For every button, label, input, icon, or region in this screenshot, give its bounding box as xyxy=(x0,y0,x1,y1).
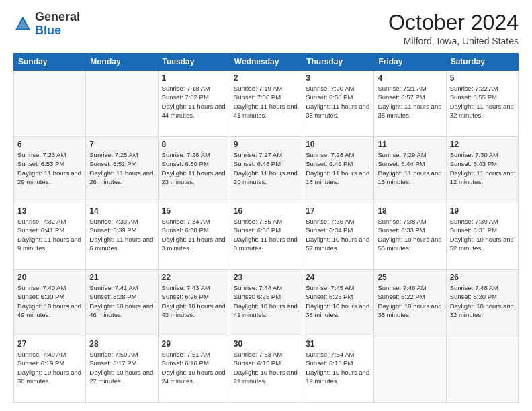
calendar-cell: 27Sunrise: 7:49 AM Sunset: 6:19 PM Dayli… xyxy=(14,336,86,403)
day-info: Sunrise: 7:23 AM Sunset: 6:53 PM Dayligh… xyxy=(17,150,82,186)
day-info: Sunrise: 7:36 AM Sunset: 6:34 PM Dayligh… xyxy=(306,217,370,253)
day-info: Sunrise: 7:30 AM Sunset: 6:43 PM Dayligh… xyxy=(450,150,515,186)
calendar-cell xyxy=(446,336,518,403)
day-info: Sunrise: 7:28 AM Sunset: 6:46 PM Dayligh… xyxy=(306,150,370,186)
calendar-cell: 6Sunrise: 7:23 AM Sunset: 6:53 PM Daylig… xyxy=(14,137,86,203)
day-number: 10 xyxy=(306,140,370,149)
calendar-cell: 19Sunrise: 7:39 AM Sunset: 6:31 PM Dayli… xyxy=(446,203,518,270)
calendar-week-1: 6Sunrise: 7:23 AM Sunset: 6:53 PM Daylig… xyxy=(14,137,519,203)
calendar-cell: 5Sunrise: 7:22 AM Sunset: 6:55 PM Daylig… xyxy=(446,71,518,137)
calendar-cell: 14Sunrise: 7:33 AM Sunset: 6:39 PM Dayli… xyxy=(86,203,158,270)
calendar-cell xyxy=(14,71,86,137)
day-info: Sunrise: 7:34 AM Sunset: 6:38 PM Dayligh… xyxy=(162,217,226,253)
weekday-header-tuesday: Tuesday xyxy=(158,54,230,71)
calendar-cell: 2Sunrise: 7:19 AM Sunset: 7:00 PM Daylig… xyxy=(230,71,302,137)
day-info: Sunrise: 7:20 AM Sunset: 6:58 PM Dayligh… xyxy=(306,84,370,120)
calendar-cell: 21Sunrise: 7:41 AM Sunset: 6:28 PM Dayli… xyxy=(86,270,158,336)
day-number: 30 xyxy=(234,339,298,349)
calendar-cell: 16Sunrise: 7:35 AM Sunset: 6:36 PM Dayli… xyxy=(230,203,302,270)
header: General Blue October 2024 Milford, Iowa,… xyxy=(13,11,519,46)
day-number: 6 xyxy=(17,140,82,149)
day-number: 5 xyxy=(450,73,515,83)
day-number: 31 xyxy=(306,339,370,349)
title-block: October 2024 Milford, Iowa, United State… xyxy=(388,11,519,46)
weekday-header-sunday: Sunday xyxy=(14,54,86,71)
calendar-cell: 13Sunrise: 7:32 AM Sunset: 6:41 PM Dayli… xyxy=(14,203,86,270)
day-info: Sunrise: 7:41 AM Sunset: 6:28 PM Dayligh… xyxy=(89,283,154,319)
day-number: 16 xyxy=(234,206,298,216)
day-number: 17 xyxy=(306,206,370,216)
calendar-cell: 12Sunrise: 7:30 AM Sunset: 6:43 PM Dayli… xyxy=(446,137,518,203)
day-number: 1 xyxy=(162,73,226,83)
calendar-cell: 26Sunrise: 7:48 AM Sunset: 6:20 PM Dayli… xyxy=(446,270,518,336)
calendar-week-4: 27Sunrise: 7:49 AM Sunset: 6:19 PM Dayli… xyxy=(14,336,519,403)
calendar-cell: 24Sunrise: 7:45 AM Sunset: 6:23 PM Dayli… xyxy=(302,270,374,336)
day-info: Sunrise: 7:49 AM Sunset: 6:19 PM Dayligh… xyxy=(17,350,82,385)
day-number: 23 xyxy=(234,273,298,282)
day-number: 2 xyxy=(234,73,298,83)
calendar-cell: 30Sunrise: 7:53 AM Sunset: 6:15 PM Dayli… xyxy=(230,336,302,403)
day-number: 13 xyxy=(17,206,82,216)
day-info: Sunrise: 7:54 AM Sunset: 6:13 PM Dayligh… xyxy=(306,350,370,385)
calendar-cell xyxy=(86,71,158,137)
day-info: Sunrise: 7:18 AM Sunset: 7:02 PM Dayligh… xyxy=(162,84,226,120)
calendar-cell: 18Sunrise: 7:38 AM Sunset: 6:33 PM Dayli… xyxy=(374,203,446,270)
weekday-header-saturday: Saturday xyxy=(446,54,518,71)
day-info: Sunrise: 7:33 AM Sunset: 6:39 PM Dayligh… xyxy=(89,217,154,253)
calendar-cell: 22Sunrise: 7:43 AM Sunset: 6:26 PM Dayli… xyxy=(158,270,230,336)
day-info: Sunrise: 7:35 AM Sunset: 6:36 PM Dayligh… xyxy=(234,217,298,253)
calendar-cell: 1Sunrise: 7:18 AM Sunset: 7:02 PM Daylig… xyxy=(158,71,230,137)
calendar-cell: 20Sunrise: 7:40 AM Sunset: 6:30 PM Dayli… xyxy=(14,270,86,336)
day-info: Sunrise: 7:44 AM Sunset: 6:25 PM Dayligh… xyxy=(234,283,298,319)
calendar-cell: 15Sunrise: 7:34 AM Sunset: 6:38 PM Dayli… xyxy=(158,203,230,270)
logo-text: General Blue xyxy=(35,11,80,38)
day-info: Sunrise: 7:43 AM Sunset: 6:26 PM Dayligh… xyxy=(162,283,226,319)
day-number: 4 xyxy=(378,73,442,83)
day-number: 26 xyxy=(450,273,515,282)
day-info: Sunrise: 7:40 AM Sunset: 6:30 PM Dayligh… xyxy=(17,283,82,319)
day-info: Sunrise: 7:48 AM Sunset: 6:20 PM Dayligh… xyxy=(450,283,515,319)
day-number: 20 xyxy=(17,273,82,282)
calendar-cell: 7Sunrise: 7:25 AM Sunset: 6:51 PM Daylig… xyxy=(86,137,158,203)
calendar-cell: 3Sunrise: 7:20 AM Sunset: 6:58 PM Daylig… xyxy=(302,71,374,137)
day-info: Sunrise: 7:29 AM Sunset: 6:44 PM Dayligh… xyxy=(378,150,442,186)
day-info: Sunrise: 7:38 AM Sunset: 6:33 PM Dayligh… xyxy=(378,217,442,253)
day-info: Sunrise: 7:26 AM Sunset: 6:50 PM Dayligh… xyxy=(162,150,226,186)
logo: General Blue xyxy=(13,11,80,38)
calendar-cell: 29Sunrise: 7:51 AM Sunset: 6:16 PM Dayli… xyxy=(158,336,230,403)
day-number: 22 xyxy=(162,273,226,282)
day-number: 27 xyxy=(17,339,82,349)
day-number: 8 xyxy=(162,140,226,149)
day-number: 14 xyxy=(89,206,154,216)
weekday-header-thursday: Thursday xyxy=(302,54,374,71)
day-number: 18 xyxy=(378,206,442,216)
day-info: Sunrise: 7:39 AM Sunset: 6:31 PM Dayligh… xyxy=(450,217,515,253)
day-info: Sunrise: 7:51 AM Sunset: 6:16 PM Dayligh… xyxy=(162,350,226,385)
page: General Blue October 2024 Milford, Iowa,… xyxy=(0,0,532,411)
logo-icon xyxy=(13,15,32,34)
day-info: Sunrise: 7:50 AM Sunset: 6:17 PM Dayligh… xyxy=(89,350,154,385)
day-info: Sunrise: 7:32 AM Sunset: 6:41 PM Dayligh… xyxy=(17,217,82,253)
day-number: 9 xyxy=(234,140,298,149)
location: Milford, Iowa, United States xyxy=(388,36,519,46)
day-number: 11 xyxy=(378,140,442,149)
day-info: Sunrise: 7:27 AM Sunset: 6:48 PM Dayligh… xyxy=(234,150,298,186)
day-info: Sunrise: 7:22 AM Sunset: 6:55 PM Dayligh… xyxy=(450,84,515,120)
calendar-week-3: 20Sunrise: 7:40 AM Sunset: 6:30 PM Dayli… xyxy=(14,270,519,336)
calendar-cell: 4Sunrise: 7:21 AM Sunset: 6:57 PM Daylig… xyxy=(374,71,446,137)
calendar-cell: 11Sunrise: 7:29 AM Sunset: 6:44 PM Dayli… xyxy=(374,137,446,203)
calendar-table: SundayMondayTuesdayWednesdayThursdayFrid… xyxy=(13,53,519,403)
calendar-week-0: 1Sunrise: 7:18 AM Sunset: 7:02 PM Daylig… xyxy=(14,71,519,137)
day-number: 21 xyxy=(89,273,154,282)
day-info: Sunrise: 7:46 AM Sunset: 6:22 PM Dayligh… xyxy=(378,283,442,319)
calendar-cell: 8Sunrise: 7:26 AM Sunset: 6:50 PM Daylig… xyxy=(158,137,230,203)
calendar-cell: 9Sunrise: 7:27 AM Sunset: 6:48 PM Daylig… xyxy=(230,137,302,203)
weekday-header-friday: Friday xyxy=(374,54,446,71)
calendar-cell: 17Sunrise: 7:36 AM Sunset: 6:34 PM Dayli… xyxy=(302,203,374,270)
calendar-cell: 28Sunrise: 7:50 AM Sunset: 6:17 PM Dayli… xyxy=(86,336,158,403)
day-number: 15 xyxy=(162,206,226,216)
day-info: Sunrise: 7:19 AM Sunset: 7:00 PM Dayligh… xyxy=(234,84,298,120)
calendar-cell: 25Sunrise: 7:46 AM Sunset: 6:22 PM Dayli… xyxy=(374,270,446,336)
day-number: 7 xyxy=(89,140,154,149)
day-info: Sunrise: 7:25 AM Sunset: 6:51 PM Dayligh… xyxy=(89,150,154,186)
